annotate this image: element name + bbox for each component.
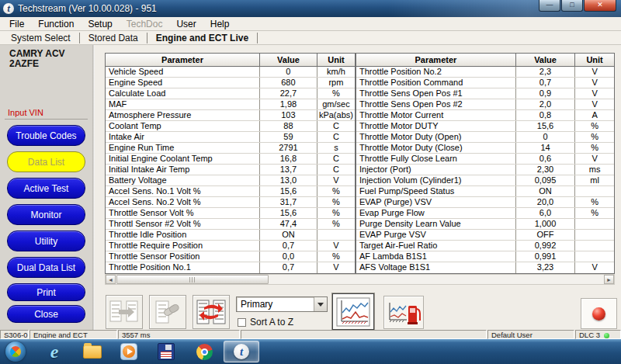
scrollbar-thumb[interactable] [116,275,269,284]
table-row[interactable]: Calculate Load22,7% [106,88,355,99]
column-header-unit[interactable]: Unit [575,54,614,66]
menu-item-file[interactable]: File [2,18,31,30]
minimize-button[interactable]: — [539,0,560,12]
list-select-dropdown[interactable]: Primary [236,296,328,312]
table-row[interactable]: Throttle Motor Current0,8A [356,110,614,121]
table-row[interactable]: Throttle Require Position0,7V [106,241,355,251]
taskbar-chrome-icon[interactable] [193,341,216,362]
fuel-graph-button[interactable] [383,296,424,329]
start-button[interactable] [5,341,26,362]
table-header: Parameter Value Unit [356,54,614,67]
column-header-value[interactable]: Value [516,54,575,66]
cell-value: 0,7 [260,262,317,273]
table-row[interactable]: Accel Sens. No.1 Volt %15,6% [106,186,355,197]
horizontal-scrollbar[interactable]: ◄ ► [105,274,615,285]
table-row[interactable]: Engine Run Time2791s [106,143,355,154]
sidebar-button-monitor[interactable]: Monitor [7,204,85,225]
table-row[interactable]: Throttl Sensor #2 Volt %47,4% [106,219,355,230]
table-row[interactable]: Throttle Motor DUTY15,6% [356,121,614,132]
table-row[interactable]: Throttle Sensor Position0,0% [106,251,355,262]
sidebar-button-dual-data-list[interactable]: Dual Data List [7,257,85,278]
table-row[interactable]: Throttle Sens Open Pos #10,9V [356,88,614,99]
column-header-unit[interactable]: Unit [317,54,355,66]
copy-datalist-button[interactable] [106,295,143,329]
menu-item-user[interactable]: User [169,18,203,30]
cell-value: 0 [516,132,575,142]
sidebar-button-print[interactable]: Print [7,283,85,301]
column-header-parameter[interactable]: Parameter [106,54,260,66]
table-row[interactable]: Accel Sens. No.2 Volt %31,7% [106,197,355,208]
table-row[interactable]: Throttle Sensor Volt %15,6% [106,208,355,219]
tab-system-select[interactable]: System Select [3,33,78,43]
scroll-left-arrow[interactable]: ◄ [106,275,116,284]
table-row[interactable]: Throttle Position No.22,3V [356,67,614,78]
table-row[interactable]: Coolant Temp88C [106,121,355,132]
sidebar-button-data-list[interactable]: Data List [7,151,85,172]
tab-engine-and-ect-live[interactable]: Engine and ECT Live [148,33,256,43]
tab-stored-data[interactable]: Stored Data [81,33,146,43]
table-row[interactable]: Throttle Fully Close Learn0,6V [356,154,614,165]
cell-parameter: Battery Voltage [106,175,260,185]
cell-unit: % [575,143,614,153]
table-row[interactable]: Throttle Position Command0,7V [356,78,614,88]
sidebar-button-trouble-codes[interactable]: Trouble Codes [7,125,85,146]
table-row[interactable]: Battery Voltage13,0V [106,175,355,186]
table-row[interactable]: Purge Density Learn Value1,000 [356,219,614,230]
table-row[interactable]: Evap Purge Flow6,0% [356,208,614,219]
maximize-button[interactable]: □ [561,0,583,12]
record-button[interactable] [581,298,617,329]
table-row[interactable]: Initial Engine Coolant Temp16,8C [106,154,355,165]
line-graph-button[interactable] [332,293,374,330]
menu-item-techdoc[interactable]: TechDoc [120,18,170,30]
table-row[interactable]: Target Air-Fuel Ratio0,992 [356,241,614,251]
taskbar-mediaplayer-icon[interactable] [117,341,141,362]
table-row[interactable]: Atmosphere Pressure103kPa(abs) [106,110,355,121]
cell-parameter: Throttle Sensor Position [106,251,260,262]
sort-checkbox[interactable] [238,318,246,327]
table-row[interactable]: Throttle Sens Open Pos #22,0V [356,99,614,110]
table-row[interactable]: AF Lambda B1S10,991 [356,251,614,262]
cell-value: 0 [260,67,317,77]
cell-unit: % [575,197,614,207]
taskbar-floppy-icon[interactable] [154,341,178,362]
menu-item-setup[interactable]: Setup [81,18,119,30]
dropdown-arrow-button[interactable] [314,297,327,311]
cell-parameter: Vehicle Speed [106,67,260,77]
column-header-parameter[interactable]: Parameter [356,54,516,66]
table-row[interactable]: Injector (Port)2,30ms [356,165,614,175]
table-row[interactable]: MAF1,98gm/sec [106,99,355,110]
cell-unit [575,251,614,262]
cell-unit: % [317,186,355,196]
table-row[interactable]: Throttle Position No.10,7V [106,262,355,273]
table-row[interactable]: Engine Speed680rpm [106,78,355,88]
close-button[interactable]: ✕ [584,0,616,12]
menu-item-function[interactable]: Function [31,18,81,30]
table-row[interactable]: Injection Volum (Cylinder1)0,095ml [356,175,614,186]
sidebar-button-utility[interactable]: Utility [7,231,85,251]
link-datalist-button[interactable] [149,295,186,329]
taskbar-ie-icon[interactable]: e [43,341,66,362]
cell-unit: V [575,99,614,109]
table-row[interactable]: Throttle Motor Duty (Open)0% [356,132,614,143]
taskbar-techstream-button[interactable]: t [224,341,259,362]
table-row[interactable]: EVAP (Purge) VSV20,0% [356,197,614,208]
table-row[interactable]: AFS Voltage B1S13,23V [356,262,614,273]
window-title: Techstream (Ver 10.00.028) - 951 [18,3,157,14]
cell-unit: % [575,132,614,142]
table-row[interactable]: EVAP Purge VSVOFF [356,230,614,241]
scroll-right-arrow[interactable]: ► [604,275,614,284]
table-row[interactable]: Throttle Idle PositionON [106,230,355,241]
column-header-value[interactable]: Value [260,54,317,66]
sidebar-button-close[interactable]: Close [7,305,85,323]
menu-item-help[interactable]: Help [203,18,237,30]
swap-datalist-button[interactable] [193,295,230,329]
table-row[interactable]: Throttle Motor Duty (Close)14% [356,143,614,154]
table-row[interactable]: Initial Intake Air Temp13,7C [106,165,355,175]
cell-unit: rpm [317,78,355,88]
table-row[interactable]: Intake Air59C [106,132,355,143]
table-row[interactable]: Fuel Pump/Speed StatusON [356,186,614,197]
sidebar-button-active-test[interactable]: Active Test [7,178,85,199]
input-vin-link[interactable]: Input VIN [8,108,43,117]
taskbar-explorer-icon[interactable] [81,341,104,362]
table-row[interactable]: Vehicle Speed0km/h [106,67,355,78]
